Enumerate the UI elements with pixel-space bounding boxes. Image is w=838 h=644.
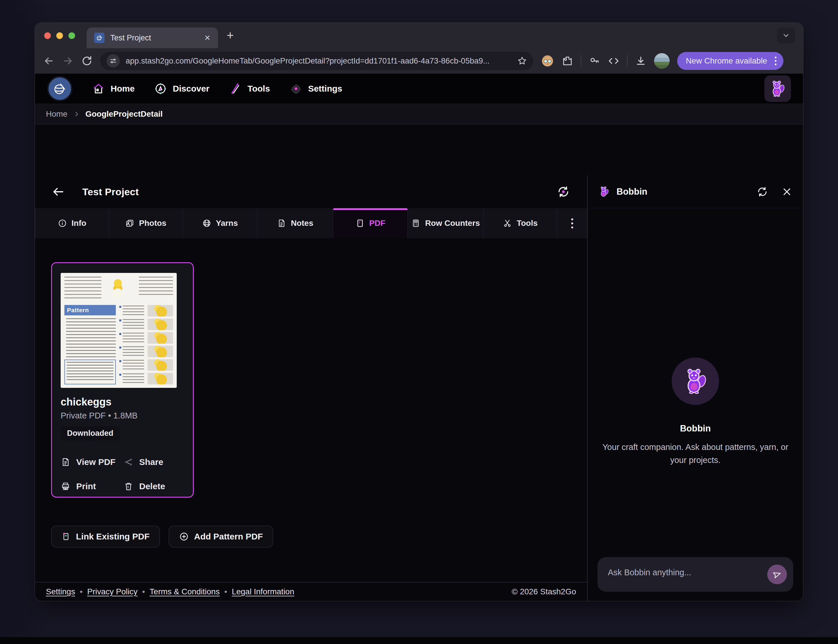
- profile-avatar[interactable]: [654, 53, 670, 69]
- project-tabs: Info Photos Yarns Notes: [35, 208, 587, 238]
- nav-item-tools[interactable]: Tools: [229, 82, 270, 95]
- nav-item-settings[interactable]: Settings: [290, 82, 342, 95]
- link-existing-pdf-button[interactable]: Link Existing PDF: [51, 526, 160, 547]
- tab-row-counters[interactable]: Row Counters: [408, 208, 483, 238]
- thumb-text-block: [64, 277, 101, 299]
- nav-item-discover[interactable]: Discover: [154, 82, 209, 95]
- bobbin-squirrel-icon: [768, 79, 787, 98]
- devtools-code-icon[interactable]: [608, 55, 619, 67]
- print-button[interactable]: Print: [61, 481, 123, 491]
- tab-pdf[interactable]: PDF: [333, 208, 408, 238]
- add-pattern-pdf-button[interactable]: Add Pattern PDF: [169, 526, 273, 547]
- tab-search-chevron-button[interactable]: [777, 28, 795, 43]
- back-arrow-button[interactable]: [52, 185, 65, 199]
- home-icon: [92, 82, 105, 95]
- view-pdf-label: View PDF: [76, 457, 115, 467]
- footer-link-privacy-policy[interactable]: Privacy Policy: [87, 587, 138, 596]
- view-pdf-button[interactable]: View PDF: [61, 457, 123, 467]
- tab-label: Info: [72, 219, 86, 228]
- address-bar[interactable]: app.stash2go.com/GoogleHomeTab/GooglePro…: [100, 52, 533, 70]
- bobbin-name: Bobbin: [588, 423, 803, 434]
- user-avatar-icon[interactable]: [541, 54, 554, 67]
- refresh-chat-button[interactable]: [756, 186, 768, 198]
- passwords-key-icon[interactable]: [589, 55, 600, 67]
- knitting-needles-icon: [229, 82, 242, 95]
- bobbin-panel-header: Bobbin: [588, 175, 803, 208]
- tab-photos[interactable]: Photos: [109, 208, 182, 238]
- toolbar-divider: [581, 55, 581, 67]
- bobbin-mascot-button[interactable]: [764, 76, 791, 102]
- browser-tab-strip: Test Project ✕ +: [35, 23, 803, 48]
- thumb-text-block: [139, 277, 173, 297]
- pdf-card[interactable]: Pattern: [51, 262, 194, 498]
- desktop-bottom-strip: [0, 637, 838, 644]
- reload-button[interactable]: [81, 55, 93, 67]
- pdf-icon: [355, 219, 365, 228]
- compass-icon: [154, 82, 167, 95]
- app-content: Home Discover Tools: [35, 74, 803, 601]
- back-button[interactable]: [43, 55, 54, 67]
- browser-toolbar: app.stash2go.com/GoogleHomeTab/GooglePro…: [35, 48, 803, 74]
- breadcrumb: Home GoogleProjectDetail: [35, 104, 803, 125]
- downloads-icon[interactable]: [635, 55, 647, 67]
- site-settings-icon[interactable]: [107, 54, 120, 67]
- gear-icon: [290, 82, 302, 95]
- nav-item-home[interactable]: Home: [92, 82, 135, 95]
- thumb-chick-photo: [109, 277, 127, 298]
- footer-link-terms[interactable]: Terms & Conditions: [150, 587, 220, 596]
- linked-document-icon: [61, 532, 71, 541]
- footer-link-legal[interactable]: Legal Information: [232, 587, 294, 596]
- sync-button[interactable]: [557, 185, 570, 199]
- tab-label: PDF: [369, 219, 386, 228]
- chrome-update-button[interactable]: New Chrome available: [677, 52, 784, 70]
- browser-menu-kebab-icon[interactable]: [772, 57, 779, 65]
- thumb-photo-column: [148, 305, 173, 384]
- bobbin-avatar: [672, 358, 719, 405]
- close-window-button[interactable]: [44, 32, 51, 39]
- send-message-button[interactable]: [767, 565, 787, 584]
- yarn-ball-icon: [96, 34, 103, 41]
- bobbin-squirrel-icon: [598, 186, 610, 198]
- minimize-window-button[interactable]: [56, 32, 63, 39]
- forward-button[interactable]: [62, 55, 74, 67]
- site-favicon: [94, 33, 105, 43]
- tabs-overflow-button[interactable]: [557, 208, 587, 238]
- toolbar-divider: [627, 55, 628, 67]
- tab-tools[interactable]: Tools: [484, 208, 557, 238]
- tab-label: Notes: [291, 219, 313, 228]
- browser-window: Test Project ✕ + app.stash2go.com/Google…: [35, 23, 803, 601]
- chrome-update-label: New Chrome available: [686, 56, 767, 66]
- chevron-right-icon: [73, 111, 80, 117]
- printer-icon: [61, 481, 71, 491]
- tab-info[interactable]: Info: [35, 208, 109, 238]
- project-detail-main: Test Project Info Photos: [35, 175, 587, 601]
- close-tab-icon[interactable]: ✕: [204, 33, 210, 43]
- footer-link-settings[interactable]: Settings: [46, 587, 75, 596]
- project-header: Test Project: [35, 175, 587, 208]
- trash-icon: [123, 481, 133, 491]
- note-icon: [277, 219, 286, 228]
- link-existing-pdf-label: Link Existing PDF: [76, 532, 150, 542]
- bookmark-star-icon[interactable]: [517, 56, 527, 66]
- share-icon: [123, 457, 133, 467]
- delete-button[interactable]: Delete: [123, 481, 184, 491]
- close-panel-button[interactable]: [781, 186, 793, 197]
- bobbin-chat-input[interactable]: [598, 568, 793, 582]
- browser-tab[interactable]: Test Project ✕: [87, 28, 218, 48]
- nav-label: Home: [111, 84, 135, 94]
- thumb-bullet-column: [119, 305, 144, 384]
- extensions-puzzle-icon[interactable]: [562, 55, 573, 67]
- send-plane-icon: [771, 568, 783, 580]
- tab-notes[interactable]: Notes: [257, 208, 333, 238]
- app-navbar: Home Discover Tools: [35, 74, 803, 104]
- breadcrumb-home-link[interactable]: Home: [46, 110, 67, 119]
- pdf-thumbnail[interactable]: Pattern: [61, 273, 177, 388]
- app-logo[interactable]: [47, 76, 72, 101]
- maximize-window-button[interactable]: [69, 32, 75, 39]
- share-button[interactable]: Share: [123, 457, 184, 467]
- new-tab-button[interactable]: +: [227, 30, 234, 41]
- bobbin-panel-body: Bobbin Your craft companion. Ask about p…: [588, 208, 803, 601]
- tab-yarns[interactable]: Yarns: [183, 208, 257, 238]
- url-text: app.stash2go.com/GoogleHomeTab/GooglePro…: [126, 56, 511, 66]
- downloaded-badge: Downloaded: [61, 426, 120, 440]
